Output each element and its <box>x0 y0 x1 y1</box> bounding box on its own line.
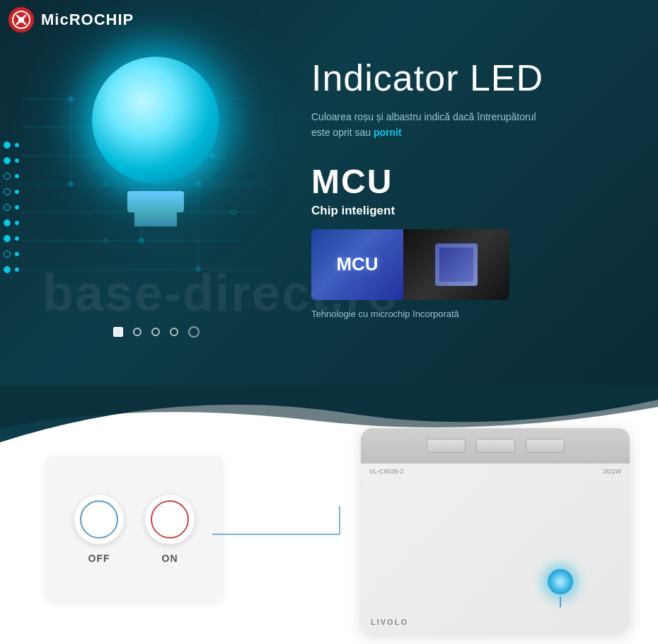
on-circle-inner <box>151 500 189 539</box>
circuit-dots-left <box>0 142 19 273</box>
off-circle-inner <box>80 500 118 539</box>
off-label: OFF <box>88 553 110 564</box>
indicator-led-title: Indicator LED <box>311 57 630 99</box>
desc-highlight: pornit <box>374 127 402 138</box>
top-section: MicROCHIP <box>0 0 658 386</box>
carousel-dot-1[interactable] <box>133 328 142 336</box>
device-top-bar <box>361 428 630 464</box>
carousel-dots[interactable] <box>113 326 200 338</box>
carousel-dot-3[interactable] <box>170 328 178 336</box>
mcu-subtitle: Chip inteligent <box>311 204 630 218</box>
led-bulb <box>64 42 248 269</box>
device-button-2 <box>476 439 515 453</box>
device-panel: VL-C9028-2 2G1W LIVOLO <box>361 428 630 633</box>
mcu-title: MCU <box>311 162 630 201</box>
device-button-1 <box>427 439 466 453</box>
device-label-row: VL-C9028-2 2G1W <box>361 464 630 479</box>
device-body: VL-C9028-2 2G1W LIVOLO <box>361 464 630 633</box>
off-circle[interactable] <box>74 495 124 544</box>
mcu-image-text: MCU <box>336 253 378 275</box>
desc-line2: este oprit sau <box>311 127 374 138</box>
mcu-caption: Tehnologie cu microchip încorporată <box>311 309 630 319</box>
on-circle[interactable] <box>145 495 195 544</box>
microchip-logo-icon <box>7 6 35 34</box>
logo-text: MicROCHIP <box>41 11 134 29</box>
device-label-left: VL-C9028-2 <box>369 468 404 475</box>
carousel-dot-4[interactable] <box>188 326 200 338</box>
device-label-right: 2G1W <box>603 468 621 475</box>
indicator-description: Culoarea roșu și albastru indică dacă în… <box>311 109 566 141</box>
device-led-indicator <box>548 569 573 594</box>
on-label: ON <box>162 553 178 564</box>
connector-line-svg <box>212 499 354 570</box>
header: MicROCHIP <box>7 6 134 34</box>
switch-card: OFF ON <box>46 456 223 602</box>
switch-buttons-group: OFF ON <box>74 495 195 564</box>
right-content: Indicator LED Culoarea roșu și albastru … <box>311 57 630 319</box>
on-switch[interactable]: ON <box>145 495 195 564</box>
svg-point-2 <box>18 17 24 23</box>
carousel-dot-active[interactable] <box>113 327 123 337</box>
livolo-brand-label: LIVOLO <box>371 618 408 626</box>
desc-line1: Culoarea roșu și albastru indică dacă în… <box>311 111 536 122</box>
chip-visual-icon <box>435 243 478 286</box>
off-switch[interactable]: OFF <box>74 495 124 564</box>
mcu-image-left: MCU <box>311 229 403 300</box>
mcu-image-right <box>403 229 509 300</box>
mcu-images: MCU <box>311 229 509 300</box>
bottom-section: OFF ON VL-C9028-2 2G1W LIVOL <box>0 386 658 644</box>
device-button-3 <box>526 439 565 453</box>
carousel-dot-2[interactable] <box>151 328 160 336</box>
